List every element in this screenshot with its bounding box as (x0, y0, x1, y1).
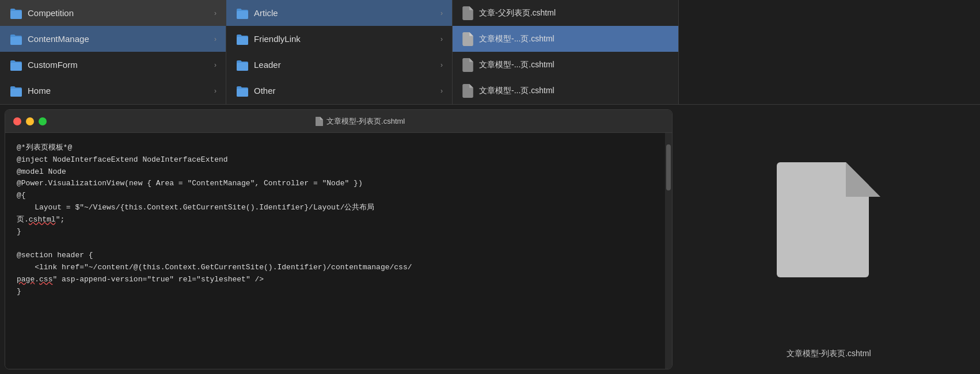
folder-other[interactable]: Other › (226, 78, 452, 104)
file-article-model-1[interactable]: 文章模型-...页.cshtml (453, 26, 678, 52)
folder-leader-label: Leader (254, 60, 440, 70)
preview-panel: 文章模型-列表页.cshtml (677, 105, 980, 374)
editor-title: 文章模型-列表页.cshtml (56, 116, 664, 127)
folder-friendlylink-label: FriendlyLink (254, 34, 440, 44)
title-file-icon (315, 117, 323, 126)
svg-rect-0 (10, 11, 22, 19)
folder-customform-label: CustomForm (28, 60, 214, 70)
editor-window: 文章模型-列表页.cshtml @*列表页模板*@ @inject NodeIn… (5, 109, 673, 369)
editor-titlebar: 文章模型-列表页.cshtml (5, 110, 672, 133)
file-icon (462, 84, 473, 98)
scrollbar-thumb[interactable] (666, 144, 671, 190)
file-column-1: Competition › ContentManage › CustomForm… (0, 0, 226, 104)
chevron-icon: › (214, 87, 216, 95)
folder-customform[interactable]: CustomForm › (0, 52, 226, 78)
folder-article-label: Article (254, 8, 440, 18)
folder-home[interactable]: Home › (0, 78, 226, 104)
folder-article[interactable]: Article › (226, 0, 452, 26)
chevron-icon: › (214, 9, 216, 17)
svg-rect-6 (237, 63, 248, 71)
file-label: 文章模型-...页.cshtml (479, 86, 554, 96)
file-column-3: 文章-父列表页.cshtml 文章模型-...页.cshtml 文章模型-...… (453, 0, 679, 104)
svg-rect-2 (10, 63, 22, 71)
preview-filename: 文章模型-列表页.cshtml (787, 349, 871, 359)
folder-friendlylink[interactable]: FriendlyLink › (226, 26, 452, 52)
folder-contentmanage-label: ContentManage (28, 34, 214, 44)
editor-body: @*列表页模板*@ @inject NodeInterfaceExtend No… (5, 133, 672, 369)
file-article-parent[interactable]: 文章-父列表页.cshtml (453, 0, 678, 26)
svg-rect-4 (237, 11, 248, 19)
minimize-button[interactable] (26, 117, 34, 125)
file-article-model-2[interactable]: 文章模型-...页.cshtml (453, 52, 678, 78)
folder-icon (235, 7, 249, 19)
editor-filename: 文章模型-列表页.cshtml (326, 116, 405, 127)
chevron-icon: › (440, 35, 443, 43)
folder-competition[interactable]: Competition › (0, 0, 226, 26)
editor-scrollbar[interactable] (665, 133, 672, 369)
folder-icon (235, 33, 249, 45)
code-line-1: @*列表页模板*@ @inject NodeInterfaceExtend No… (17, 143, 412, 296)
doc-preview (771, 114, 886, 349)
chevron-icon: › (440, 61, 443, 69)
code-text[interactable]: @*列表页模板*@ @inject NodeInterfaceExtend No… (17, 142, 654, 360)
svg-rect-1 (10, 37, 22, 45)
folder-leader[interactable]: Leader › (226, 52, 452, 78)
traffic-lights (13, 117, 47, 125)
chevron-icon: › (214, 35, 216, 43)
folder-icon (9, 59, 23, 71)
large-file-icon (771, 162, 886, 300)
folder-other-label: Other (254, 86, 440, 96)
folder-competition-label: Competition (28, 8, 214, 18)
folder-contentmanage[interactable]: ContentManage › (0, 26, 226, 52)
folder-icon (9, 7, 23, 19)
folder-icon (9, 33, 23, 45)
file-label: 文章模型-...页.cshtml (479, 60, 554, 70)
bottom-section: 文章模型-列表页.cshtml @*列表页模板*@ @inject NodeIn… (0, 105, 980, 374)
svg-rect-3 (10, 89, 22, 97)
file-icon (462, 6, 473, 20)
file-icon (462, 32, 473, 46)
file-article-model-3[interactable]: 文章模型-...页.cshtml (453, 78, 678, 104)
file-icon (462, 58, 473, 72)
file-column-2: Article › FriendlyLink › Leader › Othe (226, 0, 453, 104)
folder-icon (235, 85, 249, 97)
file-label: 文章-父列表页.cshtml (479, 8, 556, 18)
editor-content[interactable]: @*列表页模板*@ @inject NodeInterfaceExtend No… (5, 133, 665, 369)
top-preview-area (679, 0, 980, 104)
folder-icon (235, 59, 249, 71)
folder-home-label: Home (28, 86, 214, 96)
close-button[interactable] (13, 117, 21, 125)
file-browser: Competition › ContentManage › CustomForm… (0, 0, 980, 105)
svg-rect-7 (237, 89, 248, 97)
chevron-icon: › (214, 61, 216, 69)
file-label: 文章模型-...页.cshtml (479, 34, 554, 44)
chevron-icon: › (440, 9, 443, 17)
chevron-icon: › (440, 87, 443, 95)
maximize-button[interactable] (39, 117, 47, 125)
svg-rect-5 (237, 37, 248, 45)
folder-icon (9, 85, 23, 97)
